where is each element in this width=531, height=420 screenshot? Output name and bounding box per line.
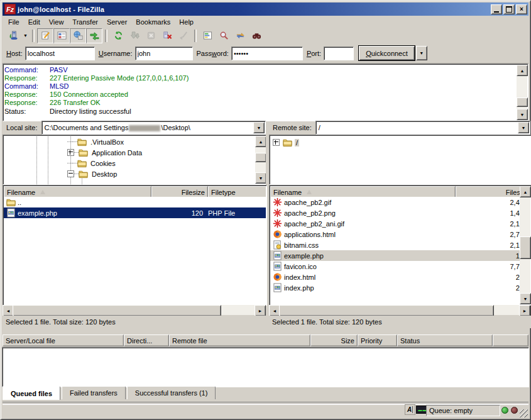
toggle-message-log-button[interactable] [37, 28, 53, 43]
menu-item-help[interactable]: Help [175, 17, 198, 27]
filter-button[interactable] [199, 28, 216, 43]
activity-led-green [501, 407, 508, 414]
column-header-filesize[interactable]: Filesize [456, 186, 520, 197]
menu-item-bookmarks[interactable]: Bookmarks [131, 17, 175, 27]
maximize-button[interactable] [503, 4, 515, 14]
menu-item-server[interactable]: Server [102, 17, 131, 27]
disconnect-button[interactable] [159, 28, 175, 43]
tab-queued-files[interactable]: Queued files [3, 386, 60, 400]
scroll-up-button[interactable]: ▲ [517, 65, 528, 76]
tree-guide-line [48, 135, 48, 184]
tree-item[interactable]: / [273, 137, 299, 148]
host-input[interactable] [25, 47, 95, 60]
queue-column-server-local-file[interactable]: Server/Local file [3, 334, 124, 346]
file-cell-name: index.php [270, 282, 454, 293]
quickconnect-button[interactable]: Quickconnect [359, 46, 415, 60]
scroll-right-button[interactable]: ► [519, 305, 530, 316]
log-vscrollbar[interactable]: ▲ ▼ [517, 65, 527, 120]
file-row[interactable]: example.php120PHP File1 [4, 207, 266, 218]
reconnect-button[interactable] [175, 28, 192, 43]
file-cell-name: example.php [270, 250, 454, 261]
file-row[interactable]: apache_pb2.gif2,414 [270, 197, 520, 207]
log-line-text: MLSD [50, 82, 69, 90]
file-row[interactable]: .. [4, 197, 266, 207]
synchronized-browsing-button[interactable] [232, 28, 248, 43]
log-scroll-thumb[interactable] [517, 97, 528, 107]
port-input[interactable] [324, 47, 354, 60]
remote-site-combo[interactable]: / ▼ [315, 121, 530, 135]
collapse-icon[interactable] [67, 170, 74, 177]
scroll-down-button[interactable]: ▼ [520, 293, 531, 304]
remote-hscrollbar[interactable]: ◄ ► [269, 305, 530, 315]
scroll-down-button[interactable]: ▼ [255, 172, 266, 184]
local-hscrollbar[interactable]: ◄ ► [3, 305, 266, 315]
column-header-filetype[interactable]: Filetype [208, 186, 266, 197]
data-type-indicator-icon[interactable]: A [405, 404, 415, 415]
password-input[interactable] [231, 47, 303, 60]
close-button[interactable]: × [516, 4, 527, 14]
tree-item[interactable]: Application Data [67, 147, 254, 158]
file-row[interactable]: index.html202 [270, 272, 520, 282]
queue-column-status[interactable]: Status [397, 334, 493, 346]
tab-failed-transfers[interactable]: Failed transfers [62, 386, 126, 399]
directory-comparison-button[interactable] [216, 28, 232, 43]
file-row[interactable]: favicon.ico7,782 [270, 261, 520, 272]
queue-column-priority[interactable]: Priority [358, 334, 397, 346]
combo-arrow-icon[interactable]: ▼ [253, 122, 265, 133]
queue-splitter[interactable] [3, 329, 528, 334]
queue-column-remote-file[interactable]: Remote file [169, 334, 310, 346]
tree-item[interactable]: Cookies [67, 158, 254, 169]
tree-item[interactable]: .VirtualBox [67, 136, 254, 147]
menu-item-view[interactable]: View [45, 17, 68, 27]
column-header-filename[interactable]: Filename [4, 186, 151, 197]
local-tree-vscrollbar[interactable]: ▲ ▼ [255, 136, 266, 184]
expand-icon[interactable] [67, 149, 74, 156]
menu-item-transfer[interactable]: Transfer [68, 17, 102, 27]
minimize-button[interactable] [491, 4, 502, 14]
tab-successful-transfers-1-[interactable]: Successful transfers (1) [127, 386, 216, 399]
refresh-button[interactable] [110, 28, 126, 43]
menu-item-edit[interactable]: Edit [24, 17, 45, 27]
tree-item[interactable]: Desktop [67, 169, 254, 179]
combo-arrow-icon[interactable]: ▼ [518, 122, 529, 133]
site-manager-button[interactable] [5, 28, 21, 43]
expand-icon[interactable] [273, 139, 280, 146]
file-row[interactable]: example.php120 [270, 250, 520, 261]
quickconnect-dropdown-button[interactable]: ▼ [416, 46, 427, 60]
toggle-transfer-queue-button[interactable] [86, 28, 102, 43]
resize-grip[interactable] [520, 409, 528, 417]
file-row[interactable]: apache_pb2_ani.gif2,160 [270, 218, 520, 229]
find-files-button[interactable] [248, 28, 265, 43]
filezilla-app-icon[interactable]: Fz [4, 4, 16, 14]
queue-body [2, 347, 529, 387]
site-manager-button-dropdown[interactable]: ▼ [21, 29, 30, 43]
log-line-label: Response: [4, 91, 50, 98]
file-row[interactable]: index.php267 [270, 282, 520, 293]
remote-list-vscrollbar[interactable]: ▲ ▼ [520, 186, 530, 304]
scroll-up-button[interactable]: ▲ [255, 136, 266, 147]
hscroll-thumb[interactable] [13, 305, 221, 316]
column-header-filename[interactable]: Filename [270, 186, 456, 197]
tree-scroll-thumb[interactable] [255, 153, 266, 162]
password-label: Password: [197, 50, 229, 57]
message-log-lines: Command:PASVResponse:227 Entering Passiv… [4, 65, 516, 119]
cancel-operation-button[interactable] [143, 28, 159, 43]
queue-column-size[interactable]: Size [310, 334, 358, 346]
column-header-filesize[interactable]: Filesize [151, 186, 208, 197]
local-site-combo[interactable]: C:\Documents and Settings\Desktop\ ▼ [41, 121, 266, 135]
toggle-local-tree-button[interactable] [53, 28, 70, 43]
remote-tree-panel: / [269, 135, 531, 185]
file-row[interactable]: applications.html2,713 [270, 229, 520, 240]
toggle-remote-tree-button[interactable] [70, 28, 86, 43]
scroll-down-button[interactable]: ▼ [517, 109, 528, 120]
file-row[interactable]: apache_pb2.png1,463 [270, 207, 520, 218]
file-row[interactable]: bitnami.css2,142 [270, 240, 520, 250]
queue-column-directi-[interactable]: Directi... [124, 334, 169, 346]
process-queue-button[interactable] [126, 28, 143, 43]
hscroll-thumb[interactable] [279, 305, 494, 316]
username-input[interactable] [135, 47, 193, 60]
scroll-right-button[interactable]: ► [255, 305, 266, 316]
list-scroll-thumb[interactable] [520, 236, 531, 259]
menu-item-file[interactable]: File [4, 17, 24, 27]
scroll-up-button[interactable]: ▲ [520, 186, 531, 197]
